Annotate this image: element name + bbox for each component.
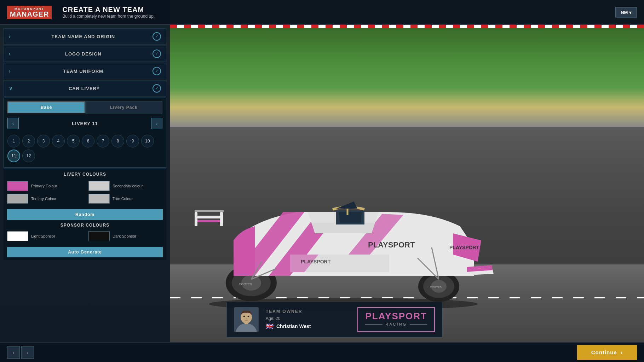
livery-num-1[interactable]: 1 <box>7 135 20 147</box>
page-title: CREATE A NEW TEAM <box>62 6 155 14</box>
background-trees <box>170 28 644 127</box>
logo-area: MOTORSPORT MANAGER <box>7 6 52 19</box>
livery-num-3[interactable]: 3 <box>37 135 50 147</box>
header-title-area: CREATE A NEW TEAM Build a completely new… <box>62 6 155 19</box>
svg-rect-3 <box>195 212 197 226</box>
team-logo-name: PLAYSPORT <box>365 311 427 321</box>
tab-livery-pack[interactable]: Livery Pack <box>85 101 162 113</box>
svg-point-25 <box>243 316 245 317</box>
primary-colour-label: Primary Colour <box>31 184 57 188</box>
sidebar-item-car-livery[interactable]: ∨ CAR LIVERY ✓ <box>4 80 166 97</box>
owner-title: TEAM OWNER <box>266 309 350 314</box>
livery-num-6[interactable]: 6 <box>82 135 94 147</box>
livery-num-11[interactable]: 11 <box>7 150 20 162</box>
colour-item-secondary: Secondary colour <box>88 181 163 191</box>
sidebar: › TEAM NAME AND ORIGIN ✓ › LOGO DESIGN ✓… <box>0 0 170 362</box>
sidebar-content: › TEAM NAME AND ORIGIN ✓ › LOGO DESIGN ✓… <box>0 25 170 264</box>
svg-rect-1 <box>195 216 223 218</box>
livery-num-8[interactable]: 8 <box>111 135 124 147</box>
primary-colour-swatch[interactable] <box>7 181 28 191</box>
light-sponsor-swatch[interactable] <box>7 231 28 241</box>
livery-num-9[interactable]: 9 <box>126 135 139 147</box>
livery-num-5[interactable]: 5 <box>67 135 80 147</box>
logo-manager-text: MANAGER <box>10 11 49 18</box>
divider-right <box>410 324 427 325</box>
svg-text:CORTES: CORTES <box>239 282 252 286</box>
chevron-icon-logo: › <box>9 51 11 57</box>
check-icon-logo: ✓ <box>153 49 161 58</box>
livery-num-12[interactable]: 12 <box>22 150 35 162</box>
owner-flag: 🇬🇧 <box>266 322 274 330</box>
section-label-livery: CAR LIVERY <box>16 86 153 91</box>
trim-colour-label: Trim Colour <box>113 197 133 201</box>
dark-sponsor-swatch[interactable] <box>88 231 110 241</box>
svg-text:PLAYSPORT: PLAYSPORT <box>368 240 415 249</box>
livery-numbers-grid: 123456789101112 <box>7 133 162 164</box>
age-label: Age: <box>266 316 275 321</box>
livery-expanded-section: Base Livery Pack ‹ LIVERY 11 › 123456789… <box>4 98 166 168</box>
colour-item-light-sponsor: Light Sponsor <box>7 231 81 241</box>
continue-button[interactable]: Continue › <box>577 345 637 360</box>
svg-text:CORTES: CORTES <box>430 286 442 289</box>
svg-text:PLAYSPORT: PLAYSPORT <box>301 259 331 264</box>
svg-text:PLAYSPORT: PLAYSPORT <box>449 245 479 250</box>
sidebar-item-logo-design[interactable]: › LOGO DESIGN ✓ <box>4 46 166 62</box>
header: MOTORSPORT MANAGER CREATE A NEW TEAM Bui… <box>0 0 644 25</box>
check-icon-uniform: ✓ <box>153 67 161 75</box>
livery-num-7[interactable]: 7 <box>97 135 109 147</box>
chevron-icon: › <box>9 34 11 39</box>
team-owner-card: TEAM OWNER Age: 20 🇬🇧 Christian West PLA… <box>226 302 442 337</box>
livery-num-4[interactable]: 4 <box>52 135 65 147</box>
logo-box: MOTORSPORT MANAGER <box>7 6 52 19</box>
svg-point-26 <box>248 316 249 317</box>
tertiary-colour-swatch[interactable] <box>7 194 28 204</box>
age-value: 20 <box>276 316 280 321</box>
colour-row-tertiary-trim: Tertiary Colour Trim Colour <box>7 194 163 204</box>
section-label-team-name: TEAM NAME AND ORIGIN <box>14 34 153 39</box>
profile-button[interactable]: NM ▾ <box>615 7 637 17</box>
nav-next-button[interactable]: › <box>21 346 34 359</box>
colour-row-primary-secondary: Primary Colour Secondary colour <box>7 181 163 191</box>
light-sponsor-label: Light Sponsor <box>31 234 55 238</box>
sidebar-item-team-name[interactable]: › TEAM NAME AND ORIGIN ✓ <box>4 28 166 45</box>
team-logo-area: PLAYSPORT RACING <box>357 307 435 332</box>
car-display: CORTES CORTES <box>184 177 502 313</box>
svg-rect-21 <box>195 210 224 212</box>
nav-prev-button[interactable]: ‹ <box>7 346 20 359</box>
owner-age: Age: 20 <box>266 316 350 321</box>
chevron-icon-livery: ∨ <box>9 86 12 91</box>
random-button[interactable]: Random <box>7 209 163 220</box>
tab-base[interactable]: Base <box>7 101 85 113</box>
sponsor-colours-title: SPONSOR COLOURS <box>7 223 163 228</box>
colour-item-trim: Trim Colour <box>88 194 163 204</box>
page-subtitle: Build a completely new team from the gro… <box>62 14 155 19</box>
livery-next-button[interactable]: › <box>151 118 162 129</box>
livery-selector: ‹ LIVERY 11 › <box>7 118 162 129</box>
tertiary-colour-label: Tertiary Colour <box>31 197 57 201</box>
sidebar-item-team-uniform[interactable]: › TEAM UNIFORM ✓ <box>4 63 166 79</box>
secondary-colour-swatch[interactable] <box>88 181 110 191</box>
owner-name-row: 🇬🇧 Christian West <box>266 322 350 330</box>
livery-prev-button[interactable]: ‹ <box>7 118 19 129</box>
trim-colour-swatch[interactable] <box>88 194 110 204</box>
logo-motorsport-text: MOTORSPORT <box>15 7 44 11</box>
svg-rect-2 <box>195 220 223 222</box>
colour-item-tertiary: Tertiary Colour <box>7 194 81 204</box>
check-icon-team-name: ✓ <box>153 32 161 41</box>
livery-num-2[interactable]: 2 <box>22 135 35 147</box>
livery-num-10[interactable]: 10 <box>141 135 154 147</box>
bottom-bar: ‹ › Continue › <box>0 342 644 362</box>
continue-arrow-icon: › <box>621 349 623 356</box>
colour-item-primary: Primary Colour <box>7 181 81 191</box>
check-icon-livery: ✓ <box>153 84 161 93</box>
livery-current-name: LIVERY 11 <box>22 121 148 126</box>
section-label-logo: LOGO DESIGN <box>14 51 153 57</box>
header-right: NM ▾ <box>615 7 637 17</box>
auto-generate-button[interactable]: Auto Generate <box>7 247 163 257</box>
chevron-icon-uniform: › <box>9 68 11 74</box>
secondary-colour-label: Secondary colour <box>113 184 143 188</box>
continue-label: Continue <box>591 349 617 355</box>
nav-arrows: ‹ › <box>7 346 34 359</box>
livery-colours-title: LIVERY COLOURS <box>7 172 163 177</box>
svg-rect-4 <box>220 212 223 226</box>
